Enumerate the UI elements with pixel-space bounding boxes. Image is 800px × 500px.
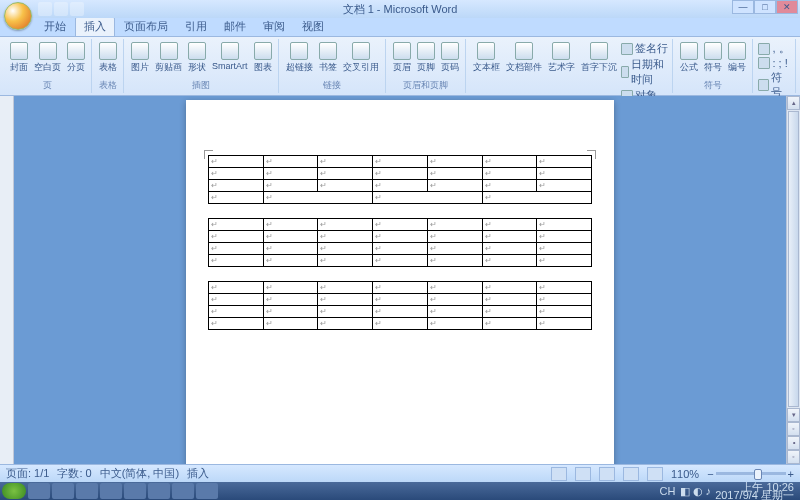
tab-mailings[interactable]: 邮件 xyxy=(216,17,254,36)
view-fullscreen[interactable] xyxy=(575,467,591,481)
word-table[interactable]: ↵↵↵↵↵↵↵↵↵↵↵↵↵↵↵↵↵↵↵↵↵↵↵↵↵ xyxy=(208,155,592,204)
table-cell[interactable]: ↵ xyxy=(209,192,264,204)
taskbar-app5[interactable] xyxy=(172,483,194,499)
ribbon-button[interactable]: 分页 xyxy=(65,41,87,75)
table-cell[interactable]: ↵ xyxy=(318,318,373,330)
scroll-down-button[interactable]: ▾ xyxy=(787,408,800,422)
table-cell[interactable]: ↵ xyxy=(209,156,264,168)
table-cell[interactable]: ↵ xyxy=(427,219,482,231)
table-cell[interactable]: ↵ xyxy=(482,318,537,330)
table-cell[interactable]: ↵ xyxy=(209,255,264,267)
table-cell[interactable]: ↵ xyxy=(373,168,428,180)
office-button[interactable] xyxy=(4,2,32,30)
minimize-button[interactable]: — xyxy=(732,0,754,14)
zoom-in-button[interactable]: + xyxy=(788,468,794,480)
table-cell[interactable]: ↵ xyxy=(373,255,428,267)
table-cell[interactable]: ↵ xyxy=(482,192,591,204)
table-cell[interactable]: ↵ xyxy=(537,180,592,192)
table-cell[interactable]: ↵ xyxy=(318,294,373,306)
tab-home[interactable]: 开始 xyxy=(36,17,74,36)
table-cell[interactable]: ↵ xyxy=(482,306,537,318)
zoom-out-button[interactable]: − xyxy=(707,468,713,480)
table-cell[interactable]: ↵ xyxy=(537,294,592,306)
ribbon-button[interactable]: 封面 xyxy=(8,41,30,75)
table-cell[interactable]: ↵ xyxy=(373,306,428,318)
view-outline[interactable] xyxy=(623,467,639,481)
table-cell[interactable]: ↵ xyxy=(318,180,373,192)
ribbon-button[interactable]: 空白页 xyxy=(32,41,63,75)
table-cell[interactable]: ↵ xyxy=(537,318,592,330)
table-cell[interactable]: ↵ xyxy=(427,282,482,294)
page[interactable]: ↵↵↵↵↵↵↵↵↵↵↵↵↵↵↵↵↵↵↵↵↵↵↵↵↵↵↵↵↵↵↵↵↵↵↵↵↵↵↵↵… xyxy=(186,100,614,464)
table-cell[interactable]: ↵ xyxy=(263,255,318,267)
ribbon-button[interactable]: 公式 xyxy=(678,41,700,75)
table-cell[interactable]: ↵ xyxy=(427,294,482,306)
ribbon-button[interactable]: 艺术字 xyxy=(546,41,577,75)
qat-undo[interactable] xyxy=(54,2,68,16)
table-cell[interactable]: ↵ xyxy=(263,231,318,243)
table-cell[interactable]: ↵ xyxy=(373,318,428,330)
next-page-button[interactable]: ◦ xyxy=(787,450,800,464)
ribbon-button[interactable]: 交叉引用 xyxy=(341,41,381,75)
table-cell[interactable]: ↵ xyxy=(482,243,537,255)
table-cell[interactable]: ↵ xyxy=(482,156,537,168)
table-cell[interactable]: ↵ xyxy=(482,180,537,192)
table-cell[interactable]: ↵ xyxy=(373,192,482,204)
table-cell[interactable]: ↵ xyxy=(373,294,428,306)
table-cell[interactable]: ↵ xyxy=(263,192,372,204)
table-cell[interactable]: ↵ xyxy=(373,219,428,231)
close-button[interactable]: ✕ xyxy=(776,0,798,14)
table-cell[interactable]: ↵ xyxy=(537,156,592,168)
system-tray[interactable]: CH ◧ ◐ ♪ 上午 10:26 2017/9/4 星期一 xyxy=(660,483,798,499)
ribbon-button[interactable]: 编号 xyxy=(726,41,748,75)
table-cell[interactable]: ↵ xyxy=(263,318,318,330)
table-cell[interactable]: ↵ xyxy=(482,231,537,243)
ribbon-button[interactable]: 页码 xyxy=(439,41,461,75)
table-cell[interactable]: ↵ xyxy=(263,243,318,255)
table-cell[interactable]: ↵ xyxy=(263,282,318,294)
zoom-value[interactable]: 110% xyxy=(671,468,699,480)
start-button[interactable] xyxy=(2,483,26,499)
table-cell[interactable]: ↵ xyxy=(537,168,592,180)
table-cell[interactable]: ↵ xyxy=(209,231,264,243)
table-cell[interactable]: ↵ xyxy=(263,294,318,306)
ribbon-stack-item[interactable]: , 。 xyxy=(758,41,791,56)
ribbon-button[interactable]: 页眉 xyxy=(391,41,413,75)
ribbon-button[interactable]: 图片 xyxy=(129,41,151,75)
word-table[interactable]: ↵↵↵↵↵↵↵↵↵↵↵↵↵↵↵↵↵↵↵↵↵↵↵↵↵↵↵↵ xyxy=(208,218,592,267)
table-cell[interactable]: ↵ xyxy=(263,180,318,192)
table-cell[interactable]: ↵ xyxy=(427,156,482,168)
status-words[interactable]: 字数: 0 xyxy=(57,466,91,481)
table-cell[interactable]: ↵ xyxy=(209,282,264,294)
table-cell[interactable]: ↵ xyxy=(537,255,592,267)
ribbon-stack-item[interactable]: 日期和时间 xyxy=(621,57,669,87)
taskbar-app1[interactable] xyxy=(76,483,98,499)
table-cell[interactable]: ↵ xyxy=(209,219,264,231)
ribbon-button[interactable]: 超链接 xyxy=(284,41,315,75)
table-cell[interactable]: ↵ xyxy=(318,231,373,243)
table-cell[interactable]: ↵ xyxy=(263,219,318,231)
taskbar-app3[interactable] xyxy=(124,483,146,499)
word-table[interactable]: ↵↵↵↵↵↵↵↵↵↵↵↵↵↵↵↵↵↵↵↵↵↵↵↵↵↵↵↵ xyxy=(208,281,592,330)
table-cell[interactable]: ↵ xyxy=(209,180,264,192)
view-print-layout[interactable] xyxy=(551,467,567,481)
taskbar-explorer[interactable] xyxy=(52,483,74,499)
tab-view[interactable]: 视图 xyxy=(294,17,332,36)
browse-object-button[interactable]: ∘ xyxy=(787,436,800,450)
table-cell[interactable]: ↵ xyxy=(427,318,482,330)
tray-icons[interactable]: ◧ ◐ ♪ xyxy=(680,485,712,498)
table-cell[interactable]: ↵ xyxy=(427,243,482,255)
table-cell[interactable]: ↵ xyxy=(482,168,537,180)
taskbar-app2[interactable] xyxy=(100,483,122,499)
table-cell[interactable]: ↵ xyxy=(373,180,428,192)
table-cell[interactable]: ↵ xyxy=(209,318,264,330)
table-cell[interactable]: ↵ xyxy=(482,294,537,306)
taskbar-app4[interactable] xyxy=(148,483,170,499)
scroll-up-button[interactable]: ▴ xyxy=(787,96,800,110)
table-cell[interactable]: ↵ xyxy=(318,219,373,231)
tab-review[interactable]: 审阅 xyxy=(255,17,293,36)
table-cell[interactable]: ↵ xyxy=(537,231,592,243)
qat-save[interactable] xyxy=(38,2,52,16)
zoom-slider[interactable] xyxy=(716,472,786,475)
table-cell[interactable]: ↵ xyxy=(373,231,428,243)
